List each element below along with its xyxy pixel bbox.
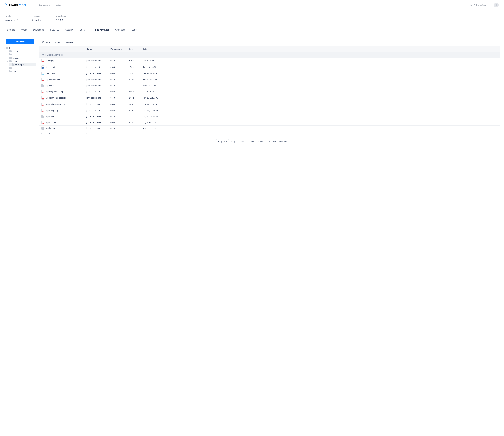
file-name: license.txt	[46, 66, 55, 68]
svg-point-1	[470, 4, 471, 5]
breadcrumb-root[interactable]: Files	[46, 41, 51, 44]
nav-dashboard[interactable]: Dashboard	[38, 4, 50, 6]
logo[interactable]: CloudPanel	[0, 3, 33, 7]
file-row[interactable]: wp-cron.phpjohn-doe:clp-site06603.9 kbAu…	[39, 119, 500, 126]
file-tree: ▼ Files .cache .ssh backups ▼htdocs ▶www…	[4, 46, 36, 73]
admin-area-link[interactable]: Admin Area	[465, 0, 490, 10]
col-name[interactable]	[39, 46, 84, 52]
svg-point-2	[471, 4, 472, 5]
expand-icon[interactable]: ▶	[9, 64, 11, 65]
add-new-button[interactable]: Add New	[6, 39, 34, 45]
file-row[interactable]: wp-activate.phpjohn-doe:clp-site06607.2 …	[39, 77, 500, 83]
file-row[interactable]: wp-adminjohn-doe:clp-site0770Apr 5, 21:1…	[39, 83, 500, 89]
breadcrumb-htdocs[interactable]: htdocs	[55, 41, 62, 44]
chevron-right-icon: ›	[63, 41, 64, 44]
double-chevron-left-icon	[42, 54, 44, 56]
chevron-down-icon	[500, 5, 501, 5]
file-row[interactable]: wp-links-opml.phpjohn-doe:clp-site06602.…	[39, 131, 500, 134]
footer-blog[interactable]: Blog	[231, 141, 235, 143]
avatar	[494, 3, 499, 8]
folder-icon	[9, 54, 11, 55]
tree-ssh[interactable]: .ssh	[7, 53, 36, 56]
file-list[interactable]: index.phpjohn-doe:clp-site0660405 bFeb 6…	[39, 58, 500, 134]
tab-ssh[interactable]: SSH/FTP	[80, 26, 89, 34]
file-permissions: 0660	[108, 108, 126, 113]
file-row[interactable]: wp-config-sample.phpjohn-doe:clp-site066…	[39, 101, 500, 108]
tab-cron[interactable]: Cron Jobs	[115, 26, 126, 34]
footer-issues[interactable]: Issues	[248, 141, 254, 143]
file-row[interactable]: wp-comments-post.phpjohn-doe:clp-site066…	[39, 95, 500, 101]
file-row[interactable]: index.phpjohn-doe:clp-site0660405 bFeb 6…	[39, 58, 500, 64]
footer-docs[interactable]: Docs	[239, 141, 243, 143]
file-row[interactable]: wp-config.phpjohn-doe:clp-site06603.4 kb…	[39, 108, 500, 114]
user-menu[interactable]	[490, 0, 504, 10]
content: Add New ▼ Files .cache .ssh backups ▼htd…	[0, 35, 504, 136]
collapse-icon[interactable]: ▼	[4, 47, 5, 49]
tree-label: Files	[9, 47, 14, 49]
file-name: wp-cron.php	[46, 121, 57, 124]
file-size	[126, 84, 141, 87]
tabs: Settings Vhost Databases SSL/TLS Securit…	[4, 26, 500, 35]
domain-value[interactable]: www.clp.io	[4, 19, 18, 22]
tree-htdocs[interactable]: ▼htdocs	[7, 60, 36, 63]
php-file-icon	[42, 109, 44, 112]
file-size: 2.3 kb	[126, 95, 141, 100]
language-select[interactable]: English	[216, 139, 229, 144]
tree-backups[interactable]: backups	[7, 56, 36, 60]
tree-label: htdocs	[12, 60, 18, 63]
file-row[interactable]: wp-includesjohn-doe:clp-site0770Apr 5, 2…	[39, 126, 500, 131]
tab-settings[interactable]: Settings	[7, 26, 15, 34]
breadcrumb-bar: Files › htdocs › www.clp.io	[39, 39, 500, 46]
ip-value: 8.8.8.8	[55, 19, 66, 22]
collapse-icon[interactable]: ▼	[7, 61, 9, 62]
file-row[interactable]: readme.htmljohn-doe:clp-site06607.4 kbDe…	[39, 70, 500, 77]
file-row[interactable]: wp-contentjohn-doe:clp-site0770May 16, 1…	[39, 114, 500, 119]
tab-security[interactable]: Security	[65, 26, 73, 34]
file-size: 351 b	[126, 89, 141, 94]
back-to-parent[interactable]: back to parent folder	[39, 52, 500, 58]
refresh-button[interactable]	[42, 41, 44, 44]
col-owner[interactable]: Owner	[84, 46, 108, 52]
file-row[interactable]: wp-blog-header.phpjohn-doe:clp-site06603…	[39, 89, 500, 95]
tree-logs[interactable]: logs	[7, 66, 36, 70]
file-permissions: 0660	[108, 102, 126, 107]
tree-label: tmp	[12, 70, 16, 73]
file-owner: john-doe:clp-site	[84, 58, 108, 63]
tab-databases[interactable]: Databases	[33, 26, 44, 34]
tree-root[interactable]: ▼ Files	[4, 46, 36, 50]
file-date: Feb 6, 07:33:11	[141, 132, 500, 134]
file-permissions: 0660	[108, 89, 126, 94]
back-label: back to parent folder	[45, 54, 63, 56]
file-owner: john-doe:clp-site	[84, 114, 108, 119]
file-size: 3.4 kb	[126, 108, 141, 113]
footer-contact[interactable]: Contact	[258, 141, 265, 143]
domain-block: Domain www.clp.io	[4, 15, 18, 22]
nav-sites[interactable]: Sites	[56, 4, 61, 6]
col-permissions[interactable]: Permissions	[108, 46, 126, 52]
tab-vhost[interactable]: Vhost	[21, 26, 27, 34]
tab-file-manager[interactable]: File Manager	[95, 26, 109, 34]
file-size	[126, 127, 141, 130]
file-permissions: 0660	[108, 77, 126, 82]
html-file-icon	[42, 72, 44, 75]
folder-icon	[9, 50, 11, 52]
language-select-wrap[interactable]: English	[216, 139, 229, 144]
users-gear-icon	[469, 4, 472, 6]
site-info: Domain www.clp.io Site User john-doe IP …	[0, 10, 504, 26]
table-header: Owner Permissions Size Date	[39, 46, 500, 52]
folder-icon	[12, 64, 14, 65]
tab-ssl[interactable]: SSL/TLS	[50, 26, 59, 34]
tree-tmp[interactable]: tmp	[7, 70, 36, 73]
breadcrumb-current: www.clp.io	[66, 41, 76, 44]
domain-label: Domain	[4, 15, 18, 18]
col-date[interactable]: Date	[141, 46, 500, 52]
tree-wwwclpio[interactable]: ▶www.clp.io	[9, 63, 36, 66]
file-owner: john-doe:clp-site	[84, 89, 108, 94]
chevron-right-icon: ›	[53, 41, 54, 44]
col-size[interactable]: Size	[126, 46, 141, 52]
tab-logs[interactable]: Logs	[132, 26, 136, 34]
tree-cache[interactable]: .cache	[7, 50, 36, 53]
file-row[interactable]: license.txtjohn-doe:clp-site066019.9 kbJ…	[39, 64, 500, 70]
file-owner: john-doe:clp-site	[84, 77, 108, 82]
file-owner: john-doe:clp-site	[84, 108, 108, 113]
